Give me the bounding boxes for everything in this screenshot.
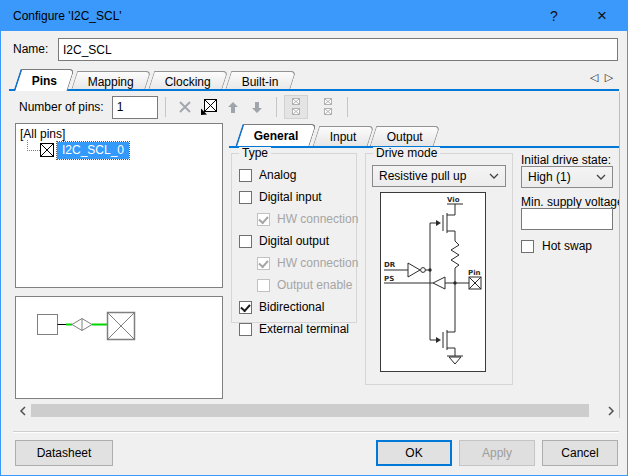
checkbox-label: Output enable <box>277 278 352 292</box>
output-enable-checkbox <box>257 279 270 292</box>
ok-button[interactable]: OK <box>376 440 452 466</box>
number-of-pins-input[interactable] <box>112 96 158 119</box>
digital-input-checkbox[interactable] <box>239 191 252 204</box>
toolbar-separator <box>276 97 277 117</box>
min-supply-voltage-label: Min. supply voltage: <box>521 195 619 209</box>
checkbox-label: HW connection <box>277 212 358 226</box>
checkbox-row-analog[interactable]: Analog <box>232 164 356 186</box>
checkbox-row-bidirectional[interactable]: Bidirectional <box>232 296 356 318</box>
checkbox-label: HW connection <box>277 256 358 270</box>
pin-box-icon <box>40 143 54 157</box>
type-group: Type AnalogDigital inputHW connectionDig… <box>231 153 357 323</box>
help-button[interactable]: ? <box>537 1 571 31</box>
button-row-divider <box>13 431 619 433</box>
tab-scroll-right-icon[interactable]: ▷ <box>602 71 616 84</box>
hot-swap-label: Hot swap <box>542 239 592 253</box>
datasheet-button[interactable]: Datasheet <box>15 440 113 466</box>
hot-swap-row[interactable]: Hot swap <box>521 239 592 253</box>
apply-button: Apply <box>459 440 535 466</box>
scroll-left-icon[interactable] <box>15 403 31 418</box>
diagram-pin-label: Pin <box>468 269 481 277</box>
interleave-pins-icon <box>284 95 308 119</box>
move-down-icon <box>245 95 269 119</box>
analog-checkbox[interactable] <box>239 169 252 182</box>
title-bar: Configure 'I2C_SCL' ? × <box>1 1 627 31</box>
drive-mode-diagram: Vio DR PS Pin <box>380 192 486 372</box>
tree-root-all-pins[interactable]: [All pins] <box>20 127 65 141</box>
pair-pins-icon <box>316 95 340 119</box>
initial-drive-state-label: Initial drive state: <box>521 153 619 167</box>
tab-clocking[interactable]: Clocking <box>148 71 229 91</box>
tree-selected-label: I2C_SCL_0 <box>57 142 129 159</box>
main-tab-strip: PinsMappingClockingBuilt-in <box>17 69 296 91</box>
name-input[interactable] <box>58 38 618 61</box>
drive-mode-select[interactable]: Resistive pull up <box>372 165 506 187</box>
scroll-right-icon[interactable] <box>603 403 619 418</box>
subtab-general[interactable]: General <box>235 124 316 146</box>
toolbar-separator <box>347 97 348 117</box>
diagram-ps-label: PS <box>384 275 394 283</box>
checkbox-label: Analog <box>259 168 296 182</box>
initial-drive-state-value: High (1) <box>528 170 571 184</box>
edit-pin-icon[interactable] <box>197 95 221 119</box>
tab-mapping[interactable]: Mapping <box>71 71 152 91</box>
checkbox-label: External terminal <box>259 322 349 336</box>
checkbox-label: Bidirectional <box>259 300 324 314</box>
tab-label: Pins <box>32 70 57 92</box>
subtab-output[interactable]: Output <box>370 126 441 146</box>
drive-mode-group: Drive mode Resistive pull up <box>365 153 513 385</box>
hw-connection-checkbox <box>257 213 270 226</box>
sub-tab-strip: GeneralInputOutput <box>239 124 440 146</box>
toolbar-separator <box>165 97 166 117</box>
panel-right-edge <box>619 92 620 418</box>
configure-pin-dialog: Configure 'I2C_SCL' ? × Name: PinsMappin… <box>0 0 628 476</box>
close-button[interactable]: × <box>585 1 619 31</box>
bidirectional-checkbox[interactable] <box>239 301 252 314</box>
tab-label: General <box>254 125 299 147</box>
checkbox-row-hw-connection: HW connection <box>232 252 356 274</box>
type-checkbox-list: AnalogDigital inputHW connectionDigital … <box>232 164 356 340</box>
hw-connection-checkbox <box>257 257 270 270</box>
diagram-dr-label: DR <box>384 261 396 269</box>
tree-connector <box>27 140 40 151</box>
name-label: Name: <box>13 38 48 61</box>
checkbox-row-digital-input[interactable]: Digital input <box>232 186 356 208</box>
window-title: Configure 'I2C_SCL' <box>13 1 122 31</box>
tree-item-pin[interactable]: I2C_SCL_0 <box>16 142 222 160</box>
tab-underline <box>9 89 619 91</box>
tab-label: Input <box>329 127 356 147</box>
scrollbar-thumb[interactable] <box>31 404 589 417</box>
tab-pins[interactable]: Pins <box>13 69 74 91</box>
pins-toolbar: Number of pins: <box>11 93 355 121</box>
subtab-input[interactable]: Input <box>312 126 373 146</box>
type-group-title: Type <box>239 147 271 160</box>
pin-symbol-preview <box>16 297 222 398</box>
move-up-icon <box>221 95 245 119</box>
number-of-pins-label: Number of pins: <box>19 100 104 114</box>
checkbox-row-hw-connection: HW connection <box>232 208 356 230</box>
pin-settings-panel: GeneralInputOutput Type AnalogDigital in… <box>229 123 619 400</box>
horizontal-scrollbar[interactable] <box>15 403 619 418</box>
checkbox-label: Digital output <box>259 234 329 248</box>
checkbox-row-output-enable: Output enable <box>232 274 356 296</box>
diagram-vio-label: Vio <box>447 196 460 204</box>
drive-mode-value: Resistive pull up <box>379 169 466 183</box>
checkbox-label: Digital input <box>259 190 322 204</box>
min-supply-voltage-input[interactable] <box>521 208 613 230</box>
chevron-down-icon <box>489 173 499 179</box>
drive-mode-title: Drive mode <box>373 147 440 160</box>
checkbox-row-digital-output[interactable]: Digital output <box>232 230 356 252</box>
delete-pin-icon <box>173 95 197 119</box>
symbol-preview-panel <box>15 296 223 399</box>
hot-swap-checkbox[interactable] <box>521 240 534 253</box>
chevron-down-icon <box>596 174 606 180</box>
cancel-button[interactable]: Cancel <box>542 440 618 466</box>
external-terminal-checkbox[interactable] <box>239 323 252 336</box>
tab-label: Output <box>387 127 423 147</box>
initial-drive-state-select[interactable]: High (1) <box>521 166 613 188</box>
tab-built-in[interactable]: Built-in <box>225 71 296 91</box>
checkbox-row-external-terminal[interactable]: External terminal <box>232 318 356 340</box>
digital-output-checkbox[interactable] <box>239 235 252 248</box>
tab-scroll-left-icon[interactable]: ◁ <box>587 71 601 84</box>
pin-tree-panel: [All pins] I2C_SCL_0 <box>15 123 223 288</box>
